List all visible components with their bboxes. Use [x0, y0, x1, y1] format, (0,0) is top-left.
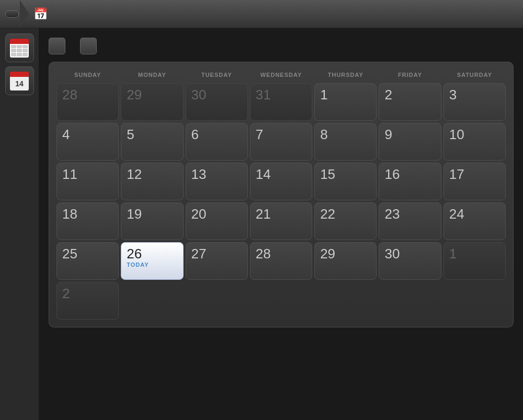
day-cell[interactable]: 26TODAY [121, 242, 183, 280]
day-number: 3 [449, 87, 457, 103]
day-cell[interactable]: 27 [186, 242, 248, 280]
calendar-icon: 📅 [33, 7, 48, 21]
day-cell[interactable]: 13 [186, 163, 248, 200]
day-number: 25 [62, 246, 77, 262]
day-number: 2 [62, 286, 70, 301]
calendar-header: SUNDAYMONDAYTUESDAYWEDNESDAYTHURSDAYFRID… [56, 70, 506, 80]
mini-cal-body [10, 44, 29, 58]
day-number: 18 [62, 206, 77, 222]
day-cell[interactable]: 16 [379, 163, 441, 200]
day-cell[interactable]: 17 [444, 163, 506, 200]
day-cell[interactable]: 18 [56, 202, 119, 240]
day-number: 29 [127, 87, 142, 103]
sidebar-calendar-icon2[interactable]: 14 [5, 66, 34, 95]
sidebar: 14 [0, 28, 39, 420]
mini-cal-top [10, 39, 29, 44]
day-number: 15 [320, 166, 335, 182]
empty-cell [444, 282, 506, 320]
day-number: 28 [62, 87, 77, 103]
day-number: 24 [449, 206, 464, 222]
day-cell[interactable]: 1 [444, 242, 506, 280]
mini-calendar-2: 14 [10, 72, 29, 90]
day-cell[interactable]: 8 [314, 123, 377, 161]
day-cell[interactable]: 28 [56, 83, 119, 121]
day-cell[interactable]: 20 [186, 202, 248, 240]
day-cell[interactable]: 6 [186, 123, 248, 161]
day-cell[interactable]: 2 [379, 83, 441, 121]
mini-cal2-body: 14 [10, 77, 29, 90]
day-number: 27 [191, 246, 207, 262]
day-cell[interactable]: 15 [314, 163, 377, 200]
main-area: 14 SUNDAYMONDAYTUESDAYWEDNESDAYTHURSDAYF… [0, 28, 523, 420]
day-number: 20 [191, 206, 207, 222]
empty-cell [379, 282, 441, 320]
topbar-arrow [20, 0, 29, 28]
day-number: 5 [127, 127, 134, 142]
today-label: TODAY [127, 262, 177, 268]
day-cell[interactable]: 4 [56, 123, 119, 161]
day-header-monday: MONDAY [121, 70, 183, 80]
day-number: 16 [384, 166, 400, 182]
day-cell[interactable]: 9 [379, 123, 441, 161]
day-cell[interactable]: 3 [444, 83, 506, 121]
day-number: 21 [256, 206, 271, 222]
day-number: 7 [256, 127, 263, 142]
sidebar-calendar-icon1[interactable] [5, 33, 34, 62]
empty-cell [250, 282, 312, 320]
empty-cell [186, 282, 248, 320]
day-cell[interactable]: 12 [121, 163, 183, 200]
day-number: 6 [191, 127, 199, 142]
day-cell[interactable]: 19 [121, 202, 183, 240]
topbar: 📅 [0, 0, 523, 28]
day-cell[interactable]: 2 [56, 282, 119, 320]
day-cell[interactable]: 24 [444, 202, 506, 240]
day-cell[interactable]: 29 [121, 83, 183, 121]
day-cell[interactable]: 21 [250, 202, 312, 240]
app-title-section: 📅 [33, 7, 518, 21]
day-cell[interactable]: 25 [56, 242, 119, 280]
day-number: 26 [127, 246, 142, 262]
day-number: 10 [449, 127, 464, 142]
mini-cal2-top [10, 72, 29, 77]
day-cell[interactable]: 14 [250, 163, 312, 200]
day-cell[interactable]: 10 [444, 123, 506, 161]
day-number: 11 [62, 166, 77, 182]
day-number: 2 [384, 87, 392, 103]
day-number: 1 [449, 246, 457, 262]
prev-month-button[interactable] [49, 38, 65, 54]
day-cell[interactable]: 31 [250, 83, 312, 121]
month-navigation [49, 38, 514, 54]
day-cell[interactable]: 28 [250, 242, 312, 280]
day-cell[interactable]: 23 [379, 202, 441, 240]
mini-calendar-1 [10, 39, 29, 58]
day-number: 29 [320, 246, 335, 262]
day-number: 31 [256, 87, 271, 103]
day-header-thursday: THURSDAY [314, 70, 377, 80]
day-number: 30 [191, 87, 207, 103]
day-header-saturday: SATURDAY [444, 70, 506, 80]
day-cell[interactable]: 11 [56, 163, 119, 200]
day-number: 12 [127, 166, 142, 182]
day-cell[interactable]: 30 [186, 83, 248, 121]
day-cell[interactable]: 7 [250, 123, 312, 161]
day-number: 1 [320, 87, 327, 103]
day-header-sunday: SUNDAY [56, 70, 119, 80]
day-number: 22 [320, 206, 335, 222]
empty-cell [314, 282, 377, 320]
empty-cell [121, 282, 183, 320]
day-number: 19 [127, 206, 142, 222]
day-number: 14 [256, 166, 271, 182]
logo [5, 10, 19, 18]
day-cell[interactable]: 30 [379, 242, 441, 280]
next-month-button[interactable] [80, 38, 97, 54]
content-area: SUNDAYMONDAYTUESDAYWEDNESDAYTHURSDAYFRID… [39, 28, 523, 420]
day-number: 23 [384, 206, 400, 222]
day-cell[interactable]: 22 [314, 202, 377, 240]
day-cell[interactable]: 1 [314, 83, 377, 121]
day-number: 30 [384, 246, 400, 262]
day-number: 17 [449, 166, 464, 182]
day-cell[interactable]: 29 [314, 242, 377, 280]
day-number: 4 [62, 127, 70, 142]
day-header-friday: FRIDAY [379, 70, 441, 80]
day-cell[interactable]: 5 [121, 123, 183, 161]
